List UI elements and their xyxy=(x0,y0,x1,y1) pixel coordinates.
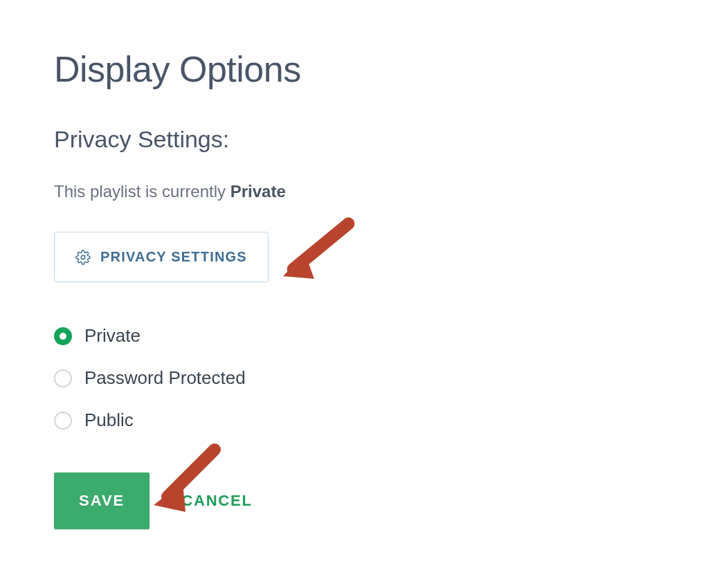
cancel-button[interactable]: CANCEL xyxy=(181,492,252,510)
page-title: Display Options xyxy=(54,48,670,90)
annotation-arrow-icon xyxy=(275,216,359,285)
radio-circle-icon xyxy=(54,369,72,387)
save-button[interactable]: SAVE xyxy=(54,472,150,529)
radio-label: Public xyxy=(84,410,134,431)
svg-marker-2 xyxy=(280,252,314,282)
radio-option-public[interactable]: Public xyxy=(54,410,670,431)
radio-option-private[interactable]: Private xyxy=(54,325,670,347)
action-button-row: SAVE CANCEL xyxy=(54,472,670,529)
radio-circle-icon xyxy=(54,327,72,345)
privacy-status-prefix: This playlist is currently xyxy=(54,182,230,201)
privacy-status: This playlist is currently Private xyxy=(54,182,670,201)
privacy-radio-group: Private Password Protected Public xyxy=(54,325,670,431)
privacy-settings-button[interactable]: PRIVACY SETTINGS xyxy=(54,232,269,282)
radio-circle-icon xyxy=(54,412,72,430)
radio-option-password-protected[interactable]: Password Protected xyxy=(54,367,670,389)
section-title-privacy: Privacy Settings: xyxy=(54,126,670,153)
svg-point-0 xyxy=(81,255,85,259)
radio-label: Private xyxy=(84,325,141,347)
gear-icon xyxy=(75,250,91,265)
privacy-status-value: Private xyxy=(230,182,286,201)
svg-line-1 xyxy=(288,223,354,269)
privacy-settings-button-label: PRIVACY SETTINGS xyxy=(100,249,247,265)
radio-label: Password Protected xyxy=(84,367,246,389)
